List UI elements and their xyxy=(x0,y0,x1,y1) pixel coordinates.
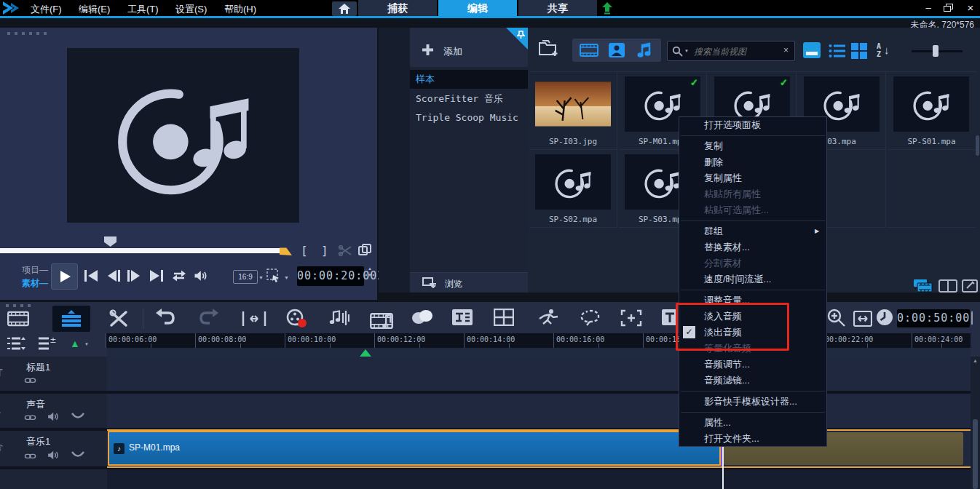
enlarge-preview-icon[interactable] xyxy=(358,244,371,256)
mark-out-button[interactable]: ] xyxy=(321,244,328,258)
filter-photo-button[interactable] xyxy=(604,41,629,59)
customize-motion-button[interactable] xyxy=(579,309,601,329)
next-frame-button[interactable] xyxy=(127,269,144,285)
storyboard-view-button[interactable] xyxy=(7,309,29,329)
duration-clock-icon[interactable] xyxy=(876,309,898,329)
tools-button[interactable] xyxy=(108,309,130,329)
view-scenes-button[interactable] xyxy=(801,40,823,60)
home-button[interactable] xyxy=(332,1,357,16)
menu-item-replace-clip[interactable]: 替换素材... xyxy=(679,239,826,255)
menu-item-copy-attributes[interactable]: 复制属性 xyxy=(679,170,826,186)
link-icon[interactable] xyxy=(24,374,36,386)
restore-button[interactable] xyxy=(944,4,953,12)
scrubber-track[interactable] xyxy=(0,248,281,253)
prev-frame-button[interactable] xyxy=(106,269,124,285)
search-icon[interactable] xyxy=(672,46,684,57)
track-header-next[interactable] xyxy=(0,469,107,489)
redo-button[interactable] xyxy=(198,309,220,329)
track-lane-voice[interactable] xyxy=(107,394,971,428)
loop-button[interactable] xyxy=(170,269,188,285)
sound-mixer-button[interactable] xyxy=(328,309,349,329)
ripple-edit-button[interactable]: ▲ xyxy=(70,338,80,349)
add-category-button[interactable]: 添加 xyxy=(443,45,462,58)
menu-settings[interactable]: 设置(S) xyxy=(175,3,207,16)
filter-video-button[interactable] xyxy=(577,41,601,59)
menu-item-group[interactable]: 群组 ▶ xyxy=(679,223,826,239)
category-triple-scoop[interactable]: Triple Scoop Music xyxy=(410,108,528,127)
menu-item-open-folder[interactable]: 打开文件夹... xyxy=(679,431,826,447)
mask-creator-button[interactable] xyxy=(620,309,642,329)
menu-item-speed-timelapse[interactable]: 速度/时间流逝... xyxy=(679,271,826,287)
track-header-voice[interactable]: ~ 声音 xyxy=(0,394,107,428)
undo-button[interactable] xyxy=(154,309,176,329)
show-library-button[interactable] xyxy=(912,279,933,293)
view-list-button[interactable] xyxy=(827,41,847,60)
timecode-spinner[interactable]: ▲ ▼ xyxy=(366,266,374,277)
audio-clip-selected[interactable]: ♪ SP-M01.mpa xyxy=(108,431,721,466)
track-header-title[interactable]: T 标题1 xyxy=(0,357,107,391)
mute-icon[interactable] xyxy=(47,410,59,423)
fit-timeline-icon[interactable] xyxy=(852,309,874,329)
playhead-line[interactable] xyxy=(722,447,724,489)
menu-item-fastflick-designer[interactable]: 影音快手模板设计器... xyxy=(679,394,826,410)
fade-icon[interactable] xyxy=(71,450,84,460)
timeline-view-button[interactable] xyxy=(52,306,90,332)
menu-file[interactable]: 文件(F) xyxy=(31,3,62,16)
track-lane-next[interactable] xyxy=(107,469,971,489)
record-capture-button[interactable] xyxy=(285,309,307,329)
panel-drag-handle[interactable] xyxy=(6,304,35,307)
ruler-segment[interactable]: 00:00:22:00 xyxy=(822,333,912,348)
mode-clip-label[interactable]: 素材— xyxy=(22,277,48,290)
menu-item-properties[interactable]: 属性... xyxy=(679,415,826,431)
scroll-up-icon[interactable]: ▲ xyxy=(971,358,980,363)
browse-button[interactable]: 浏览 xyxy=(445,278,462,290)
ruler-segment[interactable]: 00:00:10:00 xyxy=(285,333,374,348)
aspect-ratio-select[interactable]: 16:9 xyxy=(233,270,258,284)
media-item[interactable]: SP-I03.jpg xyxy=(529,72,617,150)
track-header-music[interactable]: ♪ 音乐1 xyxy=(0,431,107,466)
tab-capture[interactable]: 捕获 xyxy=(358,0,437,16)
link-icon[interactable] xyxy=(24,411,36,424)
search-scope-caret-icon[interactable]: ▼ xyxy=(684,49,689,53)
mode-project-label[interactable]: 项目— xyxy=(22,264,48,277)
menu-item-audio-filter[interactable]: 音频滤镜... xyxy=(679,373,826,389)
volume-button[interactable] xyxy=(192,269,210,285)
menu-item-audio-adjust[interactable]: 音频调节... xyxy=(679,357,826,373)
timeline-scrollbar[interactable]: ▲ xyxy=(971,357,980,489)
sort-button[interactable]: A Z ↓ xyxy=(877,42,894,60)
chapter-marker-strip[interactable] xyxy=(107,348,971,357)
menu-edit[interactable]: 编辑(E) xyxy=(79,3,110,16)
fade-icon[interactable] xyxy=(71,411,84,421)
fit-project-button[interactable] xyxy=(242,309,264,329)
zoom-in-icon[interactable] xyxy=(827,309,849,329)
filter-audio-button[interactable] xyxy=(632,41,657,59)
split-clip-icon[interactable] xyxy=(338,245,352,257)
menu-item-delete[interactable]: 删除 xyxy=(679,154,826,170)
ruler-segment[interactable]: 00:00:12:00 xyxy=(374,333,464,348)
import-folder-button[interactable] xyxy=(539,40,558,57)
link-icon[interactable] xyxy=(24,450,36,462)
clear-search-icon[interactable]: × xyxy=(783,45,789,55)
menu-help[interactable]: 帮助(H) xyxy=(224,3,256,16)
search-input[interactable] xyxy=(692,44,781,60)
ruler-segment[interactable]: 00:00:24:00 xyxy=(912,333,971,348)
options-editor-button[interactable] xyxy=(962,279,978,293)
selection-caret-icon[interactable]: ▼ xyxy=(284,275,289,280)
ruler-segment[interactable]: 00:00:08:00 xyxy=(195,333,285,348)
category-samples[interactable]: 样本 xyxy=(410,70,528,89)
transition-button[interactable] xyxy=(411,309,432,329)
go-end-button[interactable] xyxy=(149,269,166,285)
minimize-button[interactable]: – xyxy=(922,2,935,14)
split-screen-button[interactable] xyxy=(494,309,515,329)
ripple-caret-icon[interactable]: ▼ xyxy=(84,342,89,346)
view-thumbnail-button[interactable] xyxy=(849,41,869,60)
tab-edit[interactable]: 编辑 xyxy=(438,0,517,16)
ruler-segment[interactable]: 00:00:06:00 xyxy=(106,333,195,348)
category-scorefitter[interactable]: ScoreFitter 音乐 xyxy=(410,90,528,108)
go-start-button[interactable] xyxy=(83,269,100,285)
scrubber-handle[interactable] xyxy=(104,236,116,247)
media-item[interactable]: SP-S02.mpa xyxy=(529,150,617,228)
mark-in-button[interactable]: [ xyxy=(301,244,308,258)
dual-view-button[interactable] xyxy=(938,279,957,293)
menu-item-open-options[interactable]: 打开选项面板 xyxy=(679,117,826,133)
